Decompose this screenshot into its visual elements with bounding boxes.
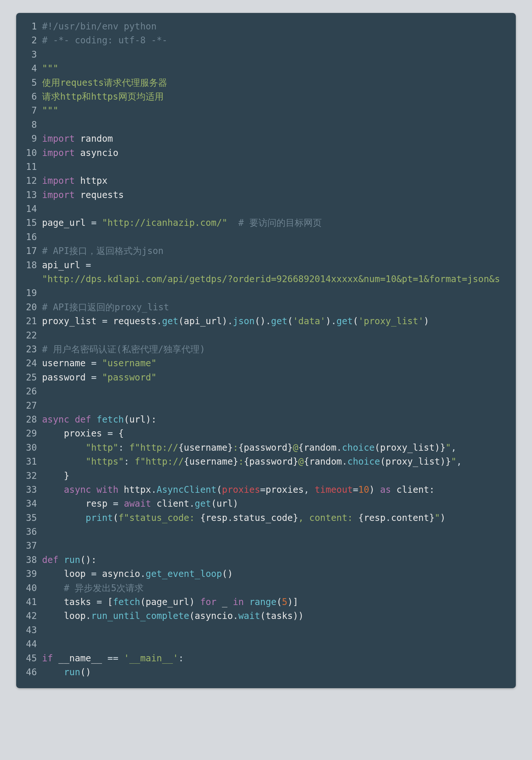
code-line: 9import random — [16, 132, 516, 146]
code-line: 25password = "password" — [16, 370, 516, 384]
code-line: 12import httpx — [16, 174, 516, 188]
code-line: 42 loop.run_until_complete(asyncio.wait(… — [16, 609, 516, 623]
code-editor: 1#!/usr/bin/env python2# -*- coding: utf… — [16, 13, 516, 688]
line-number: 33 — [16, 483, 40, 497]
code-content — [40, 637, 48, 651]
code-content — [40, 286, 48, 300]
code-line: 24username = "username" — [16, 356, 516, 370]
line-number: 44 — [16, 637, 40, 651]
code-content: # API接口返回的proxy_list — [40, 300, 169, 314]
line-number: 39 — [16, 567, 40, 581]
code-content: # 用户名密码认证(私密代理/独享代理) — [40, 342, 205, 356]
line-number: 34 — [16, 497, 40, 510]
code-content: loop.run_until_complete(asyncio.wait(tas… — [40, 609, 304, 623]
code-line: 21proxy_list = requests.get(api_url).jso… — [16, 314, 516, 328]
line-number: 31 — [16, 454, 40, 468]
code-line: 16 — [16, 230, 516, 244]
line-number: 27 — [16, 399, 40, 412]
line-number: 45 — [16, 651, 40, 665]
code-content: async with httpx.AsyncClient(proxies=pro… — [40, 483, 435, 497]
code-line: 34 resp = await client.get(url) — [16, 497, 516, 510]
code-content: username = "username" — [40, 356, 156, 370]
code-content — [40, 160, 48, 174]
code-content: # 异步发出5次请求 — [40, 581, 144, 595]
code-content — [40, 399, 48, 412]
code-line: 35 print(f"status_code: {resp.status_cod… — [16, 511, 516, 525]
line-number: 43 — [16, 623, 40, 637]
line-number: 12 — [16, 174, 40, 188]
line-number: 23 — [16, 342, 40, 356]
code-content: tasks = [fetch(page_url) for _ in range(… — [40, 595, 298, 609]
code-content: proxies = { — [40, 426, 124, 440]
code-content — [40, 623, 48, 637]
code-line: 20# API接口返回的proxy_list — [16, 300, 516, 314]
code-line: 44 — [16, 637, 516, 651]
code-line: 37 — [16, 539, 516, 552]
code-content: run() — [40, 665, 91, 679]
code-line: 10import asyncio — [16, 146, 516, 160]
code-line: 11 — [16, 160, 516, 174]
code-line: 3 — [16, 48, 516, 62]
line-number: 29 — [16, 426, 40, 440]
line-number: 7 — [16, 104, 40, 118]
line-number: 32 — [16, 469, 40, 483]
code-content: import random — [40, 132, 113, 146]
line-number: 11 — [16, 160, 40, 174]
line-number: 36 — [16, 525, 40, 539]
line-number: 24 — [16, 356, 40, 370]
line-number: 26 — [16, 384, 40, 398]
code-content: password = "password" — [40, 370, 156, 384]
code-content: loop = asyncio.get_event_loop() — [40, 567, 233, 581]
code-line: 18"http://dps.kdlapi.com/api/getdps/?ord… — [16, 272, 516, 286]
line-number: 21 — [16, 314, 40, 328]
code-line: 39 loop = asyncio.get_event_loop() — [16, 567, 516, 581]
code-content — [40, 230, 48, 244]
line-number: 14 — [16, 202, 40, 216]
code-line: 41 tasks = [fetch(page_url) for _ in ran… — [16, 595, 516, 609]
code-line: 30 "http": f"http://{username}:{password… — [16, 441, 516, 454]
code-line: 8 — [16, 118, 516, 132]
code-line: 4""" — [16, 62, 516, 75]
line-number: 1 — [16, 20, 40, 33]
line-number: 37 — [16, 539, 40, 552]
line-number: 8 — [16, 118, 40, 132]
line-number: 22 — [16, 328, 40, 342]
line-number: 10 — [16, 146, 40, 160]
line-number: 18 — [16, 258, 40, 272]
code-line: 45if __name__ == '__main__': — [16, 651, 516, 665]
code-content: 使用requests请求代理服务器 — [40, 76, 167, 90]
code-line: 22 — [16, 328, 516, 342]
line-number: 16 — [16, 230, 40, 244]
line-number: 41 — [16, 595, 40, 609]
code-line: 33 async with httpx.AsyncClient(proxies=… — [16, 483, 516, 497]
line-number: 5 — [16, 76, 40, 90]
code-line: 15page_url = "http://icanhazip.com/" # 要… — [16, 216, 516, 230]
line-number: 19 — [16, 286, 40, 300]
code-content: """ — [40, 62, 59, 75]
code-line: 36 — [16, 525, 516, 539]
code-content: # API接口，返回格式为json — [40, 244, 164, 258]
code-line: 38def run(): — [16, 553, 516, 567]
line-number: 40 — [16, 581, 40, 595]
code-content — [40, 539, 48, 552]
line-number: 46 — [16, 665, 40, 679]
code-line: 27 — [16, 399, 516, 412]
code-content: 请求http和https网页均适用 — [40, 90, 164, 104]
code-content: # -*- coding: utf-8 -*- — [40, 33, 167, 47]
code-content: } — [40, 469, 69, 483]
code-content: def run(): — [40, 553, 97, 567]
code-content — [40, 118, 48, 132]
code-line: 5使用requests请求代理服务器 — [16, 76, 516, 90]
code-line: 29 proxies = { — [16, 426, 516, 440]
code-line: 23# 用户名密码认证(私密代理/独享代理) — [16, 342, 516, 356]
line-number: 17 — [16, 244, 40, 258]
line-number: 6 — [16, 90, 40, 104]
code-content — [40, 525, 48, 539]
line-number: 13 — [16, 188, 40, 202]
code-content: page_url = "http://icanhazip.com/" # 要访问… — [40, 216, 322, 230]
code-content: proxy_list = requests.get(api_url).json(… — [40, 314, 429, 328]
line-number: 9 — [16, 132, 40, 146]
code-content — [40, 48, 48, 62]
code-line: 18api_url = — [16, 258, 516, 272]
code-content: "http": f"http://{username}:{password}@{… — [40, 441, 456, 454]
